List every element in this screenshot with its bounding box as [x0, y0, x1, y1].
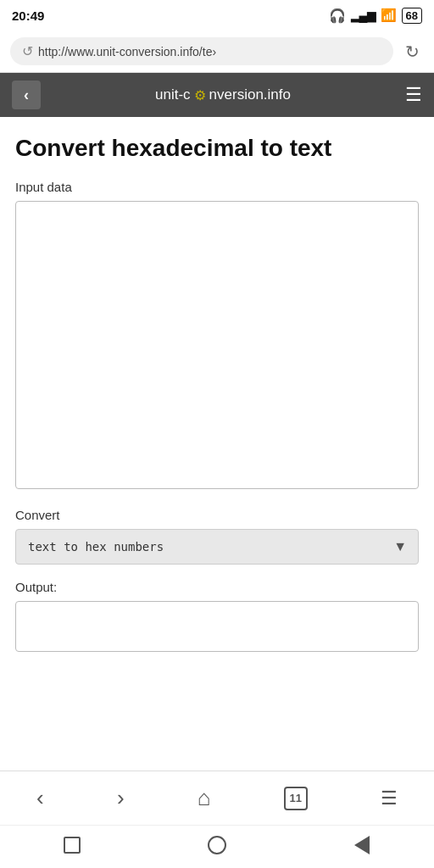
reload-button[interactable]: ↻ [400, 40, 424, 64]
browser-home-button[interactable]: ⌂ [198, 785, 211, 811]
page-title: Convert hexadecimal to text [15, 134, 419, 163]
android-recents-button[interactable] [61, 834, 83, 856]
status-time: 20:49 [12, 8, 44, 23]
android-back-button[interactable] [351, 834, 373, 856]
input-label: Input data [15, 180, 419, 194]
home-circle-icon [208, 836, 226, 854]
input-textarea[interactable] [15, 201, 419, 489]
tabs-count-badge: 11 [284, 787, 308, 810]
wifi-icon: 📶 [381, 8, 397, 23]
forward-arrow-icon: › [117, 785, 125, 811]
browser-forward-button[interactable]: › [117, 785, 125, 811]
back-arrow-icon: ‹ [36, 785, 44, 811]
convert-select-wrapper: text to hex numbers hex numbers to text … [15, 529, 419, 565]
reload-icon: ↻ [405, 42, 420, 62]
browser-back-button[interactable]: ‹ [36, 785, 44, 811]
refresh-icon: ↺ [22, 43, 33, 59]
site-title: unit-c ⚙ nversion.info [155, 86, 291, 103]
home-icon: ⌂ [198, 785, 211, 811]
status-icons: 🎧 ▂▄▆ 📶 68 [329, 8, 422, 24]
headphone-icon: 🎧 [329, 8, 346, 24]
output-label: Output: [15, 580, 419, 594]
site-back-button[interactable]: ‹ [12, 81, 41, 109]
site-title-part2: nversion.info [209, 86, 291, 103]
hamburger-icon[interactable]: ☰ [405, 84, 422, 106]
menu-icon: ☰ [381, 787, 398, 810]
back-triangle-icon [354, 836, 370, 854]
browser-tabs-button[interactable]: 11 [284, 787, 308, 810]
url-text[interactable]: http://www.unit-conversion.info/te› [38, 45, 381, 58]
output-box [15, 601, 419, 652]
site-nav-bar: ‹ unit-c ⚙ nversion.info ☰ [0, 73, 434, 117]
browser-bar: ↺ http://www.unit-conversion.info/te› ↻ [0, 31, 434, 73]
recents-icon [64, 837, 81, 854]
site-title-part1: unit-c [155, 86, 191, 103]
gear-icon: ⚙ [194, 87, 206, 103]
browser-menu-button[interactable]: ☰ [381, 787, 398, 810]
status-bar: 20:49 🎧 ▂▄▆ 📶 68 [0, 0, 434, 31]
url-bar[interactable]: ↺ http://www.unit-conversion.info/te› [10, 37, 393, 65]
bottom-nav: ‹ › ⌂ 11 ☰ [0, 771, 434, 825]
convert-label: Convert [15, 508, 419, 522]
convert-select[interactable]: text to hex numbers hex numbers to text [15, 529, 419, 565]
main-content: Convert hexadecimal to text Input data C… [0, 117, 434, 771]
android-system-bar [0, 825, 434, 868]
signal-icon: ▂▄▆ [351, 8, 376, 22]
battery-badge: 68 [402, 8, 422, 24]
android-home-button[interactable] [206, 834, 228, 856]
